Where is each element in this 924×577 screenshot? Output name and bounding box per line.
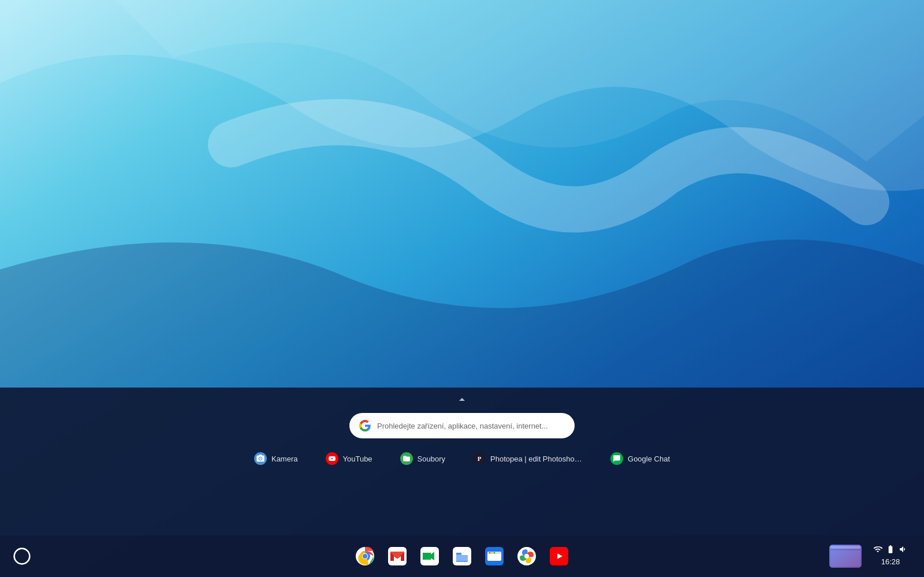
svg-point-6 <box>363 554 367 559</box>
svg-point-17 <box>489 552 491 554</box>
recent-app-kamera[interactable]: Kamera <box>248 449 304 468</box>
svg-point-18 <box>491 552 493 554</box>
taskbar-youtube[interactable] <box>545 542 573 570</box>
svg-point-21 <box>524 554 529 559</box>
battery-icon <box>886 545 895 554</box>
taskbar-left <box>9 544 35 569</box>
taskbar-files[interactable] <box>448 542 476 570</box>
youtube-taskbar-icon <box>550 547 568 565</box>
svg-point-19 <box>494 552 495 554</box>
taskbar-chrome[interactable] <box>351 542 379 570</box>
taskbar-meet[interactable] <box>416 542 444 570</box>
taskbar-gmail[interactable] <box>383 542 411 570</box>
gchat-label: Google Chat <box>628 455 670 463</box>
taskbar-photos[interactable] <box>513 542 541 570</box>
recent-app-youtube[interactable]: YouTube <box>320 449 378 468</box>
soubory-label: Soubory <box>418 455 445 463</box>
recent-app-gchat[interactable]: Google Chat <box>605 449 676 468</box>
photopea-label: Photopea | edit Photoshop files... <box>490 455 583 463</box>
photopea-app-icon: P <box>473 452 486 465</box>
taskbar-center <box>351 542 573 570</box>
shelf-arrow-button[interactable] <box>452 393 472 406</box>
svg-rect-11 <box>423 553 431 560</box>
volume-icon <box>899 545 908 554</box>
svg-rect-24 <box>830 546 860 549</box>
gchat-app-icon <box>610 452 623 465</box>
taskbar: 16:28 <box>0 535 924 577</box>
clock-display: 16:28 <box>877 555 905 568</box>
thumbnail-image <box>829 545 862 568</box>
soubory-app-icon <box>400 452 413 465</box>
chrome-icon <box>356 547 374 565</box>
google-g-logo <box>359 419 371 432</box>
meet-icon <box>420 547 439 565</box>
wifi-icon <box>873 545 882 554</box>
recent-app-soubory[interactable]: Soubory <box>394 449 451 468</box>
search-bar[interactable]: Prohledejte zařízení, aplikace, nastaven… <box>349 413 575 438</box>
system-tray: 16:28 <box>829 542 915 571</box>
kamera-app-icon <box>254 452 267 465</box>
gmail-icon <box>388 547 407 565</box>
photos-icon <box>517 547 536 565</box>
taskbar-right: 16:28 <box>829 542 915 571</box>
svg-point-1 <box>14 549 30 564</box>
youtube-label: YouTube <box>343 455 372 463</box>
taskbar-browser[interactable] <box>480 542 508 570</box>
clock-area[interactable]: 16:28 <box>866 542 915 571</box>
kamera-label: Kamera <box>271 455 298 463</box>
launcher-button[interactable] <box>9 544 35 569</box>
launcher-icon <box>13 547 31 565</box>
youtube-app-icon <box>326 452 338 465</box>
search-input-placeholder: Prohledejte zařízení, aplikace, nastaven… <box>377 422 565 430</box>
recent-apps-row: Kamera YouTube Soubory P Photopea | edit… <box>248 449 676 468</box>
recent-app-photopea[interactable]: P Photopea | edit Photoshop files... <box>467 449 588 468</box>
window-thumbnail[interactable] <box>829 545 862 568</box>
svg-rect-25 <box>830 550 860 567</box>
files-icon <box>453 547 471 565</box>
svg-rect-13 <box>456 555 468 561</box>
browser-icon <box>485 547 504 565</box>
